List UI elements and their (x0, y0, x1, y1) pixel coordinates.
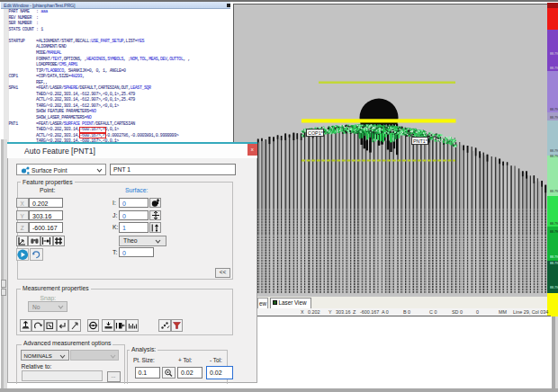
svg-text:COP1*: COP1* (308, 130, 324, 136)
svg-text:PNT1*: PNT1* (413, 138, 428, 144)
